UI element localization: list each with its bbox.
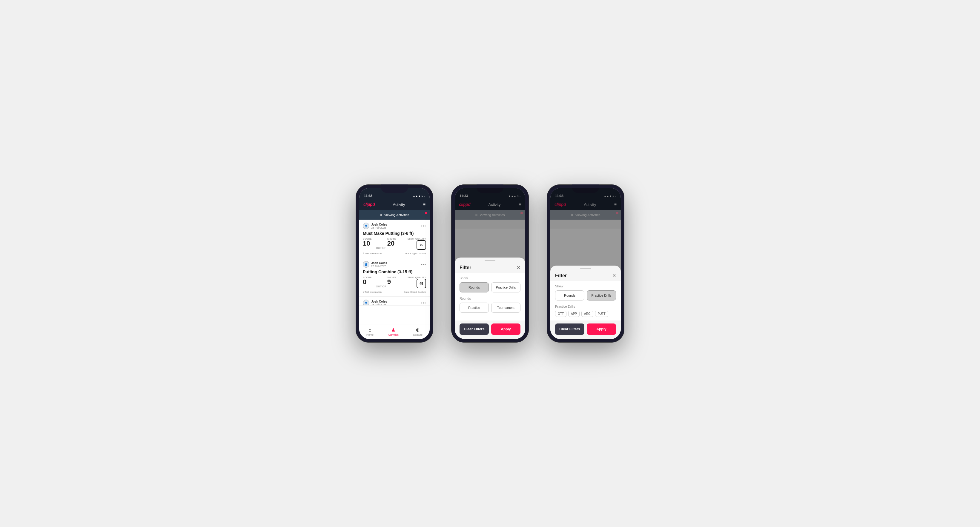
signal-icon: ▲▲▲ [413, 195, 421, 198]
out-of-2: OUT OF [376, 285, 386, 289]
tab-capture-1[interactable]: ⊕ Capture [413, 327, 423, 336]
status-time-1: 11:33 [364, 194, 372, 198]
shots-value-1: 20 [387, 240, 396, 247]
user-details-1: Josh Coles 28 Feb 2023 [371, 223, 387, 229]
shot-quality-group-1: Shot Quality 75 [407, 238, 426, 250]
phone-1: 11:33 ▲▲▲ ≈ ▪ clippd Activity ≡ ⚙ Viewin… [356, 184, 433, 343]
apply-button-3[interactable]: Apply [587, 324, 616, 335]
rounds-section-label-2: Rounds [460, 297, 520, 300]
filter-overlay-2: Filter ✕ Show Rounds Practice Drills Rou… [455, 188, 525, 339]
filter-icon-1: ⚙ [380, 213, 382, 217]
wifi-icon: ≈ [422, 195, 423, 198]
avatar-3: 👤 [363, 300, 369, 306]
score-group-2: Score 0 [363, 276, 372, 285]
filter-header-3: Filter ✕ [550, 269, 621, 281]
tab-capture-label-1: Capture [413, 333, 423, 336]
stats-row-1: Score 10 OUT OF Shots 20 Shot Quality 75 [363, 238, 426, 250]
card-header-3: 👤 Josh Coles 28 Feb 2023 ••• [363, 300, 426, 306]
user-date-2: 28 Feb 2023 [371, 265, 387, 268]
bottom-tabs-1: ⌂ Home ♟ Activities ⊕ Capture [359, 324, 430, 339]
out-of-1: OUT OF [376, 246, 386, 250]
filter-header-2: Filter ✕ [455, 261, 525, 273]
menu-icon-1[interactable]: ≡ [423, 202, 425, 207]
user-info-1: 👤 Josh Coles 28 Feb 2023 [363, 222, 387, 229]
viewing-bar-1[interactable]: ⚙ Viewing Activities [359, 210, 430, 220]
filter-body-3: Show Rounds Practice Drills Practice Dri… [550, 281, 621, 321]
top-nav-1: clippd Activity ≡ [359, 199, 430, 210]
activity-card-1[interactable]: 👤 Josh Coles 28 Feb 2023 ••• Must Make P… [359, 220, 430, 258]
drill-tag-putt[interactable]: PUTT [595, 311, 608, 317]
avatar-2: 👤 [363, 261, 369, 268]
tab-activities-label-1: Activities [388, 333, 399, 336]
filter-close-2[interactable]: ✕ [517, 265, 520, 270]
shot-quality-group-2: Shot Quality 45 [407, 276, 426, 289]
drill-tag-arg[interactable]: ARG [581, 311, 593, 317]
rounds-toggle-3[interactable]: Rounds [555, 290, 584, 300]
dots-menu-1[interactable]: ••• [421, 224, 426, 228]
filter-overlay-3: Filter ✕ Show Rounds Practice Drills Pra… [550, 188, 621, 339]
dots-menu-2[interactable]: ••• [421, 262, 426, 267]
filter-close-3[interactable]: ✕ [612, 273, 616, 278]
user-date-3: 28 Feb 2023 [371, 303, 387, 306]
filter-sheet-3: Filter ✕ Show Rounds Practice Drills Pra… [550, 265, 621, 339]
data-source-2: Data: Clippd Capture [404, 290, 426, 293]
phone-notch-1 [381, 184, 408, 193]
dots-menu-3[interactable]: ••• [421, 301, 426, 305]
filter-title-3: Filter [555, 273, 567, 278]
practice-drills-toggle-2[interactable]: Practice Drills [491, 282, 520, 292]
home-icon-1: ⌂ [369, 327, 371, 333]
show-toggle-group-2: Rounds Practice Drills [460, 282, 520, 292]
shots-group-2: Shots 9 [387, 276, 396, 285]
filter-sheet-2: Filter ✕ Show Rounds Practice Drills Rou… [455, 257, 525, 339]
data-source-1: Data: Clippd Capture [404, 252, 426, 255]
battery-icon: ▪ [424, 195, 425, 198]
card-title-2: Putting Combine (3-15 ft) [363, 270, 426, 274]
score-group-1: Score 10 [363, 238, 372, 247]
shots-group-1: Shots 20 [387, 238, 396, 247]
card-header-2: 👤 Josh Coles 28 Feb 2023 ••• [363, 261, 426, 268]
user-details-2: Josh Coles 28 Feb 2023 [371, 262, 387, 268]
tab-home-label-1: Home [366, 333, 374, 336]
activities-icon-1: ♟ [391, 327, 395, 333]
user-info-3: 👤 Josh Coles 28 Feb 2023 [363, 300, 387, 306]
cards-list-1: 👤 Josh Coles 28 Feb 2023 ••• Must Make P… [359, 220, 430, 324]
test-info-2: ℹ Test Information [363, 290, 382, 293]
filter-body-2: Show Rounds Practice Drills Rounds Pract… [455, 273, 525, 321]
score-value-1: 10 [363, 240, 372, 247]
test-info-1: ℹ Test Information [363, 252, 382, 255]
avatar-1: 👤 [363, 222, 369, 229]
show-label-3: Show [555, 284, 616, 288]
nav-title-1: Activity [393, 202, 405, 207]
practice-toggle-2[interactable]: Practice [460, 303, 489, 313]
shot-quality-badge-2: 45 [417, 279, 426, 288]
tournament-toggle-2[interactable]: Tournament [491, 303, 520, 313]
capture-icon-1: ⊕ [416, 327, 420, 333]
show-label-2: Show [460, 276, 520, 280]
apply-button-2[interactable]: Apply [491, 324, 520, 335]
clear-filters-button-2[interactable]: Clear Filters [460, 324, 489, 335]
tab-home-1[interactable]: ⌂ Home [366, 327, 374, 336]
filter-footer-3: Clear Filters Apply [550, 321, 621, 339]
show-toggle-group-3: Rounds Practice Drills [555, 290, 616, 300]
drill-tag-app[interactable]: APP [568, 311, 579, 317]
card-footer-1: ℹ Test Information Data: Clippd Capture [363, 252, 426, 255]
user-name-1: Josh Coles [371, 223, 387, 226]
phones-container: 11:33 ▲▲▲ ≈ ▪ clippd Activity ≡ ⚙ Viewin… [356, 184, 624, 343]
stats-row-2: Score 0 OUT OF Shots 9 Shot Quality 45 [363, 276, 426, 289]
phone-3: 11:33 ▲▲▲ ≈ ▪ clippd Activity ≡ ⚙ Viewin… [547, 184, 624, 343]
info-icon-1: ℹ [363, 252, 364, 255]
drill-tag-ott[interactable]: OTT [555, 311, 566, 317]
practice-drills-toggle-3[interactable]: Practice Drills [587, 290, 616, 300]
user-info-2: 👤 Josh Coles 28 Feb 2023 [363, 261, 387, 268]
clippd-logo-1: clippd [363, 202, 375, 207]
activity-card-2[interactable]: 👤 Josh Coles 28 Feb 2023 ••• Putting Com… [359, 258, 430, 297]
clear-filters-button-3[interactable]: Clear Filters [555, 324, 584, 335]
tab-activities-1[interactable]: ♟ Activities [388, 327, 399, 336]
user-name-2: Josh Coles [371, 262, 387, 265]
shot-quality-badge-1: 75 [417, 240, 426, 250]
rounds-toggle-2[interactable]: Rounds [460, 282, 489, 292]
phone-screen-2: 11:33 ▲▲▲ ≈ ▪ clippd Activity ≡ ⚙ Viewin… [455, 188, 525, 339]
activity-card-3[interactable]: 👤 Josh Coles 28 Feb 2023 ••• [359, 297, 430, 306]
shot-quality-label-2: Shot Quality [407, 276, 426, 279]
rounds-type-group-2: Practice Tournament [460, 303, 520, 313]
